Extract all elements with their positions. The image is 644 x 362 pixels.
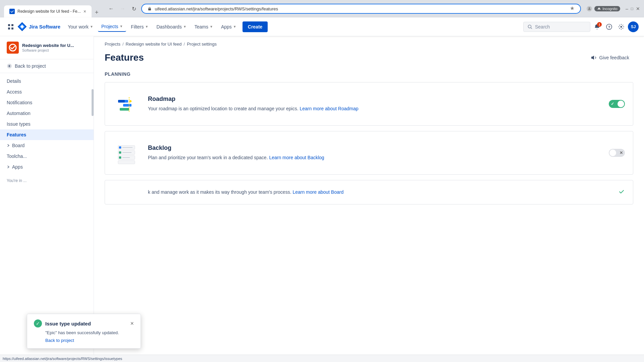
svg-rect-18 <box>123 104 131 107</box>
nav-teams[interactable]: Teams ▼ <box>191 22 216 32</box>
backlog-toggle-switch[interactable] <box>609 149 625 157</box>
help-btn[interactable]: ? <box>604 21 614 32</box>
svg-rect-6 <box>11 24 13 26</box>
sidebar-board-label: Board <box>12 143 24 148</box>
notifications-btn[interactable]: 1 <box>592 21 602 32</box>
tab-favicon <box>9 9 15 14</box>
breadcrumb-projects[interactable]: Projects <box>105 42 120 47</box>
reload-btn[interactable]: ↻ <box>129 4 139 13</box>
status-bar: https://uifeed.atlassian.net/jira/softwa… <box>0 355 644 362</box>
minimize-btn[interactable]: – <box>626 6 628 11</box>
sidebar-item-toolchain[interactable]: Toolcha... <box>0 151 94 162</box>
give-feedback-btn[interactable]: Give feedback <box>587 52 634 63</box>
new-tab-btn[interactable]: + <box>92 8 101 17</box>
breadcrumb-project-name[interactable]: Redesign website for UI feed <box>126 42 182 47</box>
nav-apps[interactable]: Apps ▼ <box>218 22 240 32</box>
user-avatar[interactable]: SJ <box>628 21 639 32</box>
star-icon[interactable] <box>570 6 575 11</box>
search-icon <box>528 24 532 29</box>
toast-body: "Epic" has been successfully updated. <box>34 330 134 335</box>
sidebar-item-issue-types[interactable]: Issue types <box>0 119 94 129</box>
breadcrumb-settings: Project settings <box>187 42 217 47</box>
board-info-partial: k and manage work as it makes its way th… <box>148 189 610 196</box>
nav-your-work[interactable]: Your work ▼ <box>64 22 97 32</box>
sidebar-nav: Details Access Notifications Automation … <box>0 73 94 188</box>
address-bar[interactable]: uifeed.atlassian.net/jira/software/proje… <box>141 4 581 14</box>
sidebar-board-section[interactable]: Board <box>0 140 94 151</box>
backlog-toggle[interactable] <box>609 149 625 157</box>
jira-logo[interactable]: Jira Software <box>17 22 60 32</box>
profile-icon <box>586 6 592 12</box>
board-feature-card-partial: k and manage work as it makes its way th… <box>105 180 633 204</box>
roadmap-toggle-switch[interactable] <box>609 100 625 108</box>
address-icons <box>570 6 575 11</box>
roadmap-feature-card: Roadmap Your roadmap is an optimized loc… <box>105 82 633 126</box>
breadcrumb-sep-1: / <box>122 42 124 47</box>
back-btn[interactable]: ← <box>106 4 116 13</box>
sidebar-apps-section[interactable]: Apps <box>0 162 94 172</box>
close-btn[interactable]: ✕ <box>636 6 640 11</box>
address-url: uifeed.atlassian.net/jira/software/proje… <box>155 6 567 11</box>
roadmap-toggle[interactable] <box>609 100 625 108</box>
chevron-down-icon: ▼ <box>119 24 123 28</box>
svg-point-9 <box>528 25 531 28</box>
top-nav: Jira Software Your work ▼ Projects ▼ Fil… <box>0 17 644 36</box>
page-header: Features Give feedback <box>94 49 644 71</box>
sidebar-item-details[interactable]: Details <box>0 76 94 86</box>
svg-point-3 <box>589 7 590 9</box>
browser-chrome: Redesign website for UI feed - Fe... × +… <box>0 0 644 17</box>
svg-rect-5 <box>8 24 10 26</box>
browser-tabs: Redesign website for UI feed - Fe... × + <box>4 0 101 17</box>
chevron-right-icon-apps <box>7 165 10 169</box>
restore-btn[interactable]: □ <box>631 6 633 11</box>
incognito-icon <box>597 7 601 11</box>
svg-rect-19 <box>120 108 129 111</box>
nav-dashboards[interactable]: Dashboards ▼ <box>153 22 190 32</box>
back-to-project-link[interactable]: Back to project <box>0 59 94 73</box>
chevron-down-icon: ▼ <box>145 25 148 28</box>
svg-rect-8 <box>11 27 13 29</box>
logo-text: Jira Software <box>29 24 60 29</box>
search-bar[interactable]: Search <box>523 22 590 32</box>
search-placeholder: Search <box>535 24 550 29</box>
backlog-learn-more-link[interactable]: Learn more about Backlog <box>269 155 324 160</box>
back-label: Back to project <box>15 63 46 69</box>
svg-point-12 <box>621 26 622 27</box>
sidebar-project-type: Software project <box>22 48 74 52</box>
breadcrumb-sep-2: / <box>184 42 185 47</box>
sidebar-item-automation[interactable]: Automation <box>0 108 94 119</box>
sidebar-item-access[interactable]: Access <box>0 86 94 97</box>
sidebar-item-automation-label: Automation <box>7 111 31 116</box>
back-arrow-icon <box>7 63 12 69</box>
roadmap-description: Your roadmap is an optimized location to… <box>148 105 601 112</box>
toast-header: ✓ Issue type updated × <box>34 319 134 327</box>
nav-filters[interactable]: Filters ▼ <box>127 22 152 32</box>
chevron-right-icon <box>7 144 10 147</box>
settings-btn[interactable] <box>616 21 627 32</box>
forward-btn[interactable]: → <box>118 4 127 13</box>
tab-close-btn[interactable]: × <box>84 9 86 14</box>
window-controls: – □ ✕ <box>626 6 640 11</box>
toast-success-icon: ✓ <box>34 319 42 327</box>
apps-grid-btn[interactable] <box>5 21 16 32</box>
active-tab[interactable]: Redesign website for UI feed - Fe... × <box>4 5 92 17</box>
chevron-down-icon: ▼ <box>233 25 236 28</box>
sidebar-project: Redesign website for U... Software proje… <box>0 36 94 59</box>
toast-close-btn[interactable]: × <box>130 320 134 326</box>
page-title: Features <box>105 52 144 63</box>
svg-text:?: ? <box>608 25 610 29</box>
nav-projects[interactable]: Projects ▼ <box>98 22 126 32</box>
backlog-info: Backlog Plan and prioritize your team's … <box>148 144 601 161</box>
browser-controls: ← → ↻ <box>106 4 139 13</box>
roadmap-learn-more-link[interactable]: Learn more about Roadmap <box>300 106 358 111</box>
board-learn-more-link[interactable]: Learn more about Board <box>292 189 343 195</box>
board-description-partial: k and manage work as it makes its way th… <box>148 189 610 196</box>
backlog-feature-card: Backlog Plan and prioritize your team's … <box>105 131 633 175</box>
planning-section-label: Planning <box>105 71 633 77</box>
create-button[interactable]: Create <box>243 21 268 32</box>
sidebar-item-notifications[interactable]: Notifications <box>0 97 94 108</box>
status-bar-url: https://uifeed.atlassian.net/jira/softwa… <box>3 357 122 361</box>
features-container: Planning <box>94 71 644 221</box>
sidebar-item-features[interactable]: Features <box>0 129 94 140</box>
toast-back-to-project-link[interactable]: Back to project <box>34 338 134 343</box>
